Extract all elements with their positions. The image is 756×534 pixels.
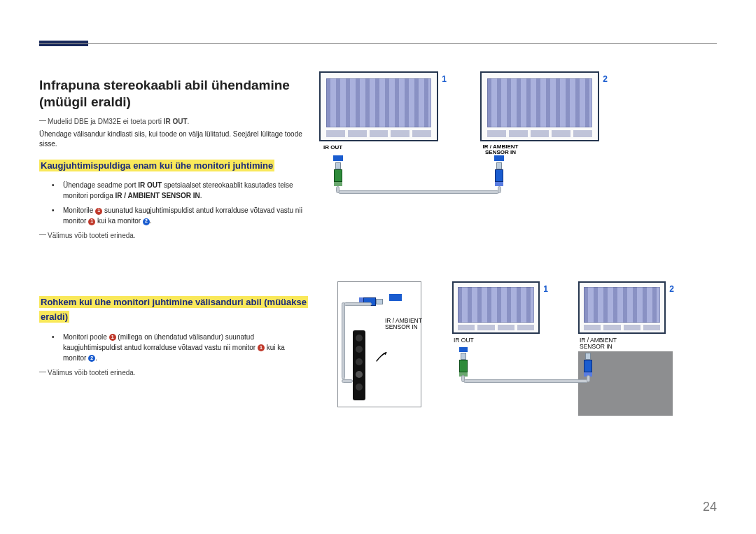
sensor-cable-icon <box>342 302 345 379</box>
lbl-b: SENSOR IN <box>385 323 418 330</box>
gray-background-block <box>578 351 673 416</box>
s1b1d: IR / AMBIENT SENSOR IN <box>115 192 200 199</box>
cable-bend-icon <box>498 186 501 193</box>
section2-footnote: Välimus võib tooteti erineda. <box>48 369 308 377</box>
s1b2c: kui ka monitor <box>95 217 143 225</box>
note-models-pre: Mudelid DBE ja DM32E ei toeta porti <box>48 118 164 125</box>
monitor-back-1: 1 <box>319 71 438 141</box>
stereo-cable-icon <box>463 379 588 383</box>
diagram-stereo-cable: 1 2 IR OUT IR / AMBIENT SENSOR IN <box>319 71 717 218</box>
pl2b: SENSOR IN <box>485 149 516 155</box>
s2b1d: . <box>95 354 97 362</box>
port-socket-icon <box>389 294 402 301</box>
section2-heading: Rohkem kui ühe monitori juhtimine välisa… <box>39 296 308 323</box>
lbl2b: SENSOR IN <box>580 343 612 350</box>
stereo-cable-icon <box>338 190 499 194</box>
diagram-column: 1 2 IR OUT IR / AMBIENT SENSOR IN <box>319 77 717 449</box>
monitor-label-1: 1 <box>442 74 447 84</box>
cable-bend-icon <box>336 186 340 193</box>
audio-plug-blue-icon <box>495 162 503 186</box>
monitor-back-1: 1 <box>452 281 540 334</box>
section1-bullets: Ühendage seadme port IR OUT spetsiaalset… <box>56 180 308 226</box>
page-number: 24 <box>703 500 717 514</box>
port-label-ir-ambient-sensor-in: IR / AMBIENT SENSOR IN <box>385 318 426 331</box>
external-ir-sensor-icon <box>353 330 365 400</box>
cable-bend-icon <box>461 375 465 382</box>
monitor-back-2: 2 <box>578 281 666 334</box>
monitor-slots <box>326 78 431 127</box>
port-label-ir-ambient: IR / AMBIENT SENSOR IN <box>482 144 519 155</box>
list-item: Ühendage seadme port IR OUT spetsiaalset… <box>56 180 308 201</box>
text-column: Infrapuna stereokaabli abil ühendamine (… <box>39 77 319 449</box>
monitor-label-2: 2 <box>603 74 608 84</box>
sensor-cable-icon <box>342 379 353 383</box>
monitor-label-1: 1 <box>543 284 548 294</box>
audio-plug-green-icon <box>334 162 342 186</box>
audio-plug-blue-icon <box>584 353 592 377</box>
s1b1a: Ühendage seadme port <box>63 181 138 189</box>
port-socket-icon <box>459 347 468 352</box>
section1-footnote: Välimus võib tooteti erineda. <box>48 232 308 239</box>
circled-number-1-icon: 1 <box>88 218 95 225</box>
monitor-slots <box>487 78 592 127</box>
monitor-ports <box>584 325 660 330</box>
note-models-bold: IR OUT <box>164 118 188 125</box>
signal-arrow-icon <box>374 349 389 364</box>
audio-plug-green-icon <box>459 353 468 377</box>
circled-number-2-icon: 2 <box>143 218 150 225</box>
port-socket-icon <box>333 155 343 161</box>
monitor-ports <box>326 130 431 137</box>
port-socket-icon <box>494 155 504 161</box>
list-item: Monitori poole 1 (millega on ühendatud v… <box>56 332 308 363</box>
s1b1b: IR OUT <box>138 181 162 189</box>
circled-number-1-icon: 1 <box>109 334 116 341</box>
circled-number-1-icon: 1 <box>258 344 265 351</box>
note-models: Mudelid DBE ja DM32E ei toeta porti IR O… <box>48 118 308 125</box>
s1b2d: . <box>150 217 152 225</box>
section1-heading: Kaugjuhtimispuldiga enam kui ühe monitor… <box>39 160 274 171</box>
monitor-ports <box>487 130 592 137</box>
port-label-ir-out: IR OUT <box>454 337 474 344</box>
monitor-ports <box>458 325 534 330</box>
s1b2a: Monitorile <box>63 206 95 214</box>
s2b1a: Monitori poole <box>63 333 109 341</box>
monitor-slots <box>458 287 534 323</box>
sensor-cable-icon <box>344 302 372 306</box>
s1b1e: . <box>200 192 202 199</box>
circled-number-1-icon: 1 <box>95 208 102 215</box>
diagram-external-sensor: IR / AMBIENT SENSOR IN 1 IR OUT <box>319 281 717 449</box>
cable-bend-icon <box>587 375 590 382</box>
monitor-slots <box>584 287 660 323</box>
note-models-post: . <box>188 118 190 125</box>
monitor-back-2: 2 <box>480 71 599 141</box>
intro-paragraph: Ühendage välisandur kindlasti siis, kui … <box>39 129 308 149</box>
header-divider <box>39 43 717 44</box>
main-heading: Infrapuna stereokaabli abil ühendamine (… <box>39 77 308 111</box>
circled-number-2-icon: 2 <box>88 355 95 362</box>
list-item: Monitorile 1 suunatud kaugjuhtimispuldis… <box>56 205 308 226</box>
port-label-ir-ambient-sensor-in-2: IR / AMBIENT SENSOR IN <box>580 337 622 351</box>
monitor-label-2: 2 <box>669 284 674 294</box>
section2-bullets: Monitori poole 1 (millega on ühendatud v… <box>56 332 308 363</box>
port-label-ir-out: IR OUT <box>323 144 342 150</box>
